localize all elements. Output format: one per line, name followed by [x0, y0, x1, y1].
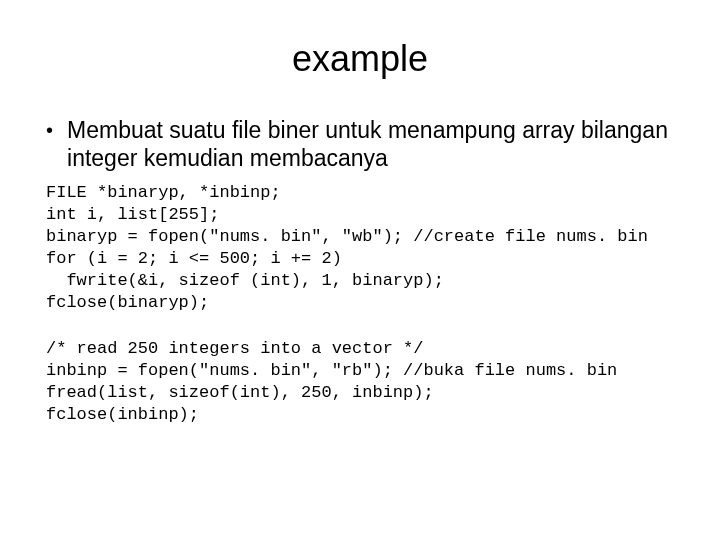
bullet-dot: • [46, 116, 53, 144]
bullet-text: Membuat suatu file biner untuk menampung… [67, 116, 680, 172]
slide-title: example [40, 38, 680, 80]
code-block-1: FILE *binaryp, *inbinp; int i, list[255]… [46, 182, 680, 314]
code-block-2: /* read 250 integers into a vector */ in… [46, 338, 680, 426]
bullet-item: • Membuat suatu file biner untuk menampu… [40, 116, 680, 172]
